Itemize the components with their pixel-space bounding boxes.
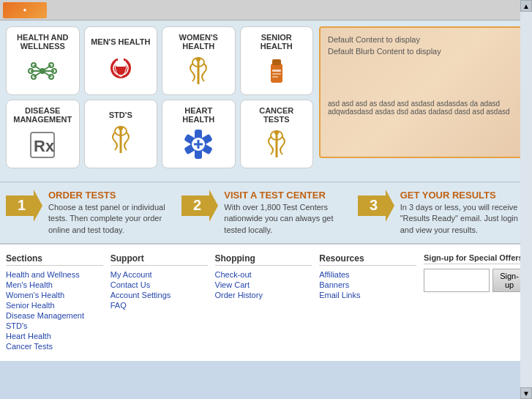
footer-link-banners[interactable]: Banners (319, 280, 416, 289)
featured-bottom-text: asd asd asd as dasd asd asdasd asdasdas … (328, 100, 517, 116)
category-mens-health[interactable]: MEN'S HEALTH (84, 26, 158, 95)
step-3-arrow: 3 (358, 190, 394, 222)
step-1-arrow: 1 (6, 190, 42, 222)
featured-line1: Default Content to display (328, 35, 517, 44)
footer-link-viewcart[interactable]: View Cart (215, 280, 312, 289)
main-content: HEALTH ANDWELLNESS (0, 20, 532, 182)
scroll-track (520, 12, 532, 387)
card-title-stds: STD'S (109, 111, 132, 119)
footer-link-heart[interactable]: Heart Health (6, 332, 103, 340)
logo-text: ● (23, 7, 27, 13)
step-3-desc: In 3 days or less, you will receive a "R… (400, 202, 526, 236)
step-1-content: ORDER TESTS Choose a test panel or indiv… (48, 190, 174, 236)
footer-link-myaccount[interactable]: My Account (110, 270, 208, 279)
svg-line-6 (42, 65, 51, 71)
category-disease-management[interactable]: DISEASEMANAGEMENT Rx (6, 100, 80, 168)
grid-featured-container: HEALTH ANDWELLNESS (6, 26, 526, 168)
footer-support-title: Support (110, 253, 208, 266)
signup-email-input[interactable] (424, 269, 490, 292)
category-stds[interactable]: STD'S (84, 100, 158, 168)
scroll-down-button[interactable]: ▼ (520, 387, 532, 399)
footer-link-contactus[interactable]: Contact Us (110, 280, 208, 289)
footer-link-orderhistory[interactable]: Order History (215, 291, 312, 299)
svg-rect-24 (272, 76, 278, 78)
card-title-cancer: CANCERTESTS (259, 106, 293, 124)
footer-support: Support My Account Contact Us Account Se… (110, 253, 208, 352)
step-2-desc: With over 1,800 Test Centers nationwide … (224, 202, 350, 236)
footer-signup-title: Sign-up for Special Offers (424, 253, 526, 264)
footer-link-checkout[interactable]: Check-out (215, 270, 312, 279)
svg-line-5 (34, 65, 42, 71)
footer-link-faq[interactable]: FAQ (110, 301, 208, 310)
svg-text:Rx: Rx (34, 137, 55, 155)
footer-link-mens[interactable]: Men's Health (6, 280, 103, 289)
footer-resources: Resources Affiliates Banners Email Links (319, 253, 416, 352)
heart-icon (181, 127, 216, 162)
footer-link-womens[interactable]: Women's Health (6, 291, 103, 299)
svg-line-8 (42, 71, 51, 77)
senior-icon (259, 53, 294, 89)
step-3-title: GET YOUR RESULTS (400, 190, 526, 201)
step-2: 2 VISIT A TEST CENTER With over 1,800 Te… (181, 190, 350, 236)
footer-link-accountsettings[interactable]: Account Settings (110, 291, 208, 299)
svg-line-7 (34, 71, 42, 77)
category-cancer-tests[interactable]: CANCERTESTS (240, 100, 314, 168)
featured-content: Default Content to display Default Blurb… (328, 35, 517, 116)
topbar: ● (0, 0, 532, 20)
category-health-wellness[interactable]: HEALTH ANDWELLNESS (6, 26, 80, 95)
card-title-heart: HEARTHEALTH (182, 106, 214, 124)
step-1: 1 ORDER TESTS Choose a test panel or ind… (6, 190, 174, 236)
category-senior-health[interactable]: SENIORHEALTH (240, 26, 314, 95)
footer-link-cancer[interactable]: Cancer Tests (6, 342, 103, 351)
footer-resources-title: Resources (319, 253, 416, 266)
health-icon (25, 53, 60, 89)
footer-link-health[interactable]: Health and Wellness (6, 270, 103, 279)
category-heart-health[interactable]: HEARTHEALTH (162, 100, 236, 168)
step-3: 3 GET YOUR RESULTS In 3 days or less, yo… (358, 190, 526, 236)
svg-rect-21 (272, 59, 281, 65)
step-2-content: VISIT A TEST CENTER With over 1,800 Test… (224, 190, 350, 236)
svg-text:2: 2 (193, 197, 201, 213)
mens-icon (103, 49, 138, 84)
svg-text:3: 3 (370, 197, 378, 213)
step-1-title: ORDER TESTS (48, 190, 174, 201)
step-2-title: VISIT A TEST CENTER (224, 190, 350, 201)
topbar-logo: ● (3, 2, 47, 18)
footer-shopping-title: Shopping (215, 253, 312, 266)
category-womens-health[interactable]: WOMEN'SHEALTH (162, 26, 236, 95)
step-2-arrow: 2 (181, 190, 218, 222)
featured-line2: Default Blurb Content to display (328, 47, 517, 56)
footer-sections: Sections Health and Wellness Men's Healt… (6, 253, 103, 352)
step-2-arrow-icon: 2 (181, 190, 218, 222)
category-grid: HEALTH ANDWELLNESS (6, 26, 313, 168)
card-title-disease: DISEASEMANAGEMENT (13, 106, 72, 124)
footer-link-stds[interactable]: STD's (6, 321, 103, 330)
scroll-up-button[interactable]: ▲ (520, 0, 532, 12)
footer-link-disease[interactable]: Disease Management (6, 311, 103, 320)
disease-icon: Rx (25, 127, 60, 162)
step-1-arrow-icon: 1 (6, 190, 42, 222)
footer: Sections Health and Wellness Men's Healt… (0, 243, 532, 361)
svg-point-38 (274, 130, 279, 135)
signup-row: Sign-up (424, 269, 526, 292)
svg-rect-22 (272, 70, 281, 72)
womens-icon (181, 53, 216, 89)
svg-point-19 (196, 57, 201, 61)
svg-rect-23 (272, 73, 281, 75)
footer-sections-title: Sections (6, 253, 103, 266)
footer-shopping: Shopping Check-out View Cart Order Histo… (215, 253, 312, 352)
step-3-arrow-icon: 3 (358, 190, 394, 222)
step-1-desc: Choose a test panel or individual tests.… (48, 202, 174, 236)
cancer-icon (259, 127, 294, 162)
featured-panel: Default Content to display Default Blurb… (319, 26, 526, 158)
svg-point-29 (119, 126, 123, 130)
card-title-mens: MEN'S HEALTH (91, 37, 150, 46)
footer-link-emaillinks[interactable]: Email Links (319, 291, 416, 299)
step-3-content: GET YOUR RESULTS In 3 days or less, you … (400, 190, 526, 236)
footer-link-affiliates[interactable]: Affiliates (319, 270, 416, 279)
footer-link-senior[interactable]: Senior Health (6, 301, 103, 310)
card-title-health: HEALTH ANDWELLNESS (17, 33, 68, 51)
scrollbar: ▲ ▼ (520, 0, 532, 399)
card-title-senior: SENIORHEALTH (261, 33, 293, 51)
svg-text:1: 1 (18, 197, 26, 213)
